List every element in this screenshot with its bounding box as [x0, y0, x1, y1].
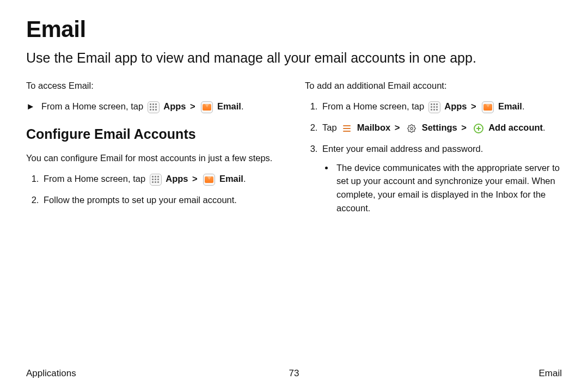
caret-icon: >	[395, 122, 400, 132]
gear-icon	[406, 122, 418, 134]
apps-icon	[148, 101, 160, 113]
access-step-text: From a Home screen, tap Apps > Email.	[41, 100, 244, 113]
apps-label: Apps	[163, 101, 186, 111]
page-number: 73	[289, 368, 299, 379]
email-icon	[201, 101, 213, 113]
mailbox-label: Mailbox	[357, 122, 390, 132]
left-column: To access Email: ► From a Home screen, t…	[26, 79, 283, 223]
menu-icon	[341, 122, 353, 134]
apps-icon	[428, 101, 440, 113]
caret-icon: >	[190, 101, 195, 111]
add-account-bold: Add account	[488, 122, 543, 132]
access-step: ► From a Home screen, tap Apps > Email.	[26, 100, 283, 113]
email-label: Email	[217, 101, 241, 111]
add-step-3-sub: The device communicates with the appropr…	[322, 161, 562, 215]
apps-icon	[150, 174, 162, 186]
page-intro: Use the Email app to view and manage all…	[26, 49, 562, 67]
email-label: Email	[498, 101, 522, 111]
arrow-bullet-icon: ►	[26, 100, 41, 113]
caret-icon: >	[192, 174, 198, 183]
configure-step-1: From a Home screen, tap Apps > Email.	[41, 172, 283, 186]
access-label: To access Email:	[26, 79, 283, 93]
configure-step-2: Follow the prompts to set up your email …	[41, 193, 283, 207]
email-icon	[482, 101, 494, 113]
add-step-1: From a Home screen, tap Apps > Email.	[320, 100, 562, 113]
add-account-steps: From a Home screen, tap Apps > Email. Ta…	[305, 100, 562, 215]
configure-intro: You can configure Email for most account…	[26, 151, 283, 165]
add-step-3-detail: The device communicates with the appropr…	[334, 161, 562, 215]
footer-right: Email	[538, 368, 562, 379]
right-column: To add an additional Email account: From…	[305, 79, 562, 223]
footer-left: Applications	[26, 368, 76, 379]
caret-icon: >	[461, 122, 467, 132]
add-account-label: To add an additional Email account:	[305, 79, 562, 93]
configure-heading: Configure Email Accounts	[26, 124, 283, 145]
apps-label: Apps	[166, 174, 188, 183]
settings-label: Settings	[422, 122, 457, 132]
caret-icon: >	[471, 101, 476, 111]
apps-label: Apps	[444, 101, 467, 111]
add-step-3: Enter your email address and password. T…	[320, 142, 562, 215]
email-icon	[203, 174, 215, 186]
page-title: Email	[26, 16, 562, 42]
configure-steps: From a Home screen, tap Apps > Email. Fo…	[26, 172, 283, 207]
add-step-2: Tap Mailbox > Settings > Add account.	[320, 121, 562, 134]
email-label: Email	[219, 174, 243, 183]
svg-point-0	[411, 127, 413, 130]
plus-icon	[473, 122, 485, 134]
page-footer: Applications 73 Email	[26, 368, 562, 379]
